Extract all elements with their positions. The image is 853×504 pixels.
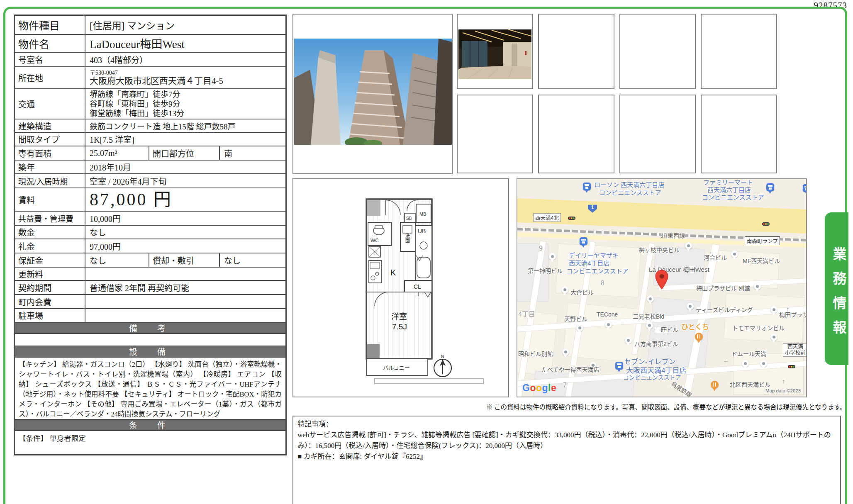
property-name: LaDouceur梅田West: [85, 35, 285, 52]
poi-pin-icon: [687, 303, 694, 310]
row-label: 更新料: [15, 268, 85, 280]
disclaimer-text: ※ この資料は物件の概略紹介資料になります。写真、間取図面、設備、概要などが現況…: [486, 402, 846, 411]
table-row: [15, 333, 285, 346]
map-label: 第一神明ビル: [528, 266, 563, 275]
svg-text:SB: SB: [406, 216, 412, 221]
row-value: 403（4階部分）: [85, 53, 285, 66]
row-value: [85, 309, 285, 322]
school-label: 西天満: [785, 344, 806, 350]
notes-content: [15, 334, 22, 346]
equipment-content: 【キッチン】 給湯器・ガスコンロ（2口） 【水廻り】 洗面台（独立）・浴室乾燥機…: [15, 358, 285, 419]
table-row: 現況/入居時期 空室 / 2026年4月下旬: [15, 173, 285, 187]
svg-text:WC: WC: [370, 238, 379, 243]
table-row: 交通 堺筋線「南森町」徒歩7分 谷町線「東梅田」徒歩9分 御堂筋線「梅田」徒歩1…: [15, 88, 285, 119]
poi-pin-icon: [754, 283, 761, 290]
table-row: 号室名 403（4階部分）: [15, 52, 285, 66]
facing-value: 南: [220, 146, 285, 160]
row-value: 97,000円: [85, 239, 285, 253]
table-row: 更新料: [15, 267, 285, 280]
row-value: 10,000円: [85, 212, 285, 225]
location-map: 1 ローソン 西天満六丁目店 コンビニエンスストア ファミリーマート 西天満六丁…: [517, 178, 807, 397]
tab-business-info[interactable]: 業務情報: [825, 212, 848, 365]
map-label: 北区西天満ビル: [730, 380, 770, 388]
map-label: MF西天満ビル: [743, 256, 780, 265]
row-value: 普通借家 2年間 再契約可能: [85, 281, 285, 294]
svg-text:洋室: 洋室: [391, 312, 407, 321]
row-label: 築年: [15, 161, 85, 173]
row-label: 交通: [15, 89, 85, 119]
map-label: 二見老松Bld: [633, 312, 664, 320]
map-label: 昭和ビル別館: [518, 349, 553, 358]
postal-code: 〒530-0047: [90, 70, 281, 76]
table-row: 物件名 LaDouceur梅田West: [15, 34, 285, 52]
row-value: [85, 268, 285, 280]
section-header-notes: 備 考: [15, 322, 285, 333]
map-label: 7: [563, 382, 567, 389]
poi-pin-icon: [770, 334, 777, 341]
poi-pin-icon: [576, 324, 583, 331]
section-header-conditions: 条 件: [15, 419, 285, 430]
map-label: 大倉ビル: [570, 288, 594, 296]
table-row: 賃料 87,000 円: [15, 187, 285, 211]
rail-label: JR東西線: [660, 231, 685, 239]
store-pin-icon: [580, 237, 587, 245]
access-line: 谷町線「東梅田」徒歩9分: [90, 99, 281, 109]
table-row: 築年 2018年10月: [15, 160, 285, 173]
school-label: 小学校前: [785, 350, 806, 356]
table-row: 共益費・管理費 10,000円: [15, 211, 285, 225]
special-notes-box: 特記事項： webサービス広告掲載 [許可]・チラシ、雑誌等掲載広告 [要確認]…: [292, 416, 841, 504]
photo-box-empty: [701, 95, 777, 173]
svg-text:7.5J: 7.5J: [392, 322, 407, 331]
map-label: ドムール天満: [731, 349, 766, 358]
table-row: 【キッチン】 給湯器・ガスコンロ（2口） 【水廻り】 洗面台（独立）・浴室乾燥機…: [15, 357, 285, 419]
row-label: 賃料: [15, 188, 85, 211]
table-row: 【条件】 単身者限定: [15, 430, 285, 454]
svg-text:UB: UB: [418, 228, 426, 234]
photo-box-empty: [619, 95, 696, 173]
row-label: 物件種目: [15, 16, 85, 34]
poi-pin-icon: [647, 295, 654, 302]
google-logo: Google: [522, 382, 556, 394]
svg-text:CL: CL: [414, 283, 421, 290]
table-row: 専有面積 25.07m² 開口部方位 南: [15, 146, 285, 160]
row-value: なし: [85, 253, 149, 267]
row-label: 償却・敷引: [149, 253, 220, 267]
photo-box-entrance: [457, 14, 533, 89]
row-value: [住居用] マンション: [85, 16, 285, 34]
special-notes-body: webサービス広告掲載 [許可]・チラシ、雑誌等掲載広告 [要確認]・カギ鍵交換…: [297, 430, 836, 451]
address: 大阪府大阪市北区西天満４丁目4-5: [90, 76, 281, 86]
poi-pin-icon: [562, 348, 569, 355]
intersection-label: 西天満4北: [533, 213, 561, 222]
ramp-label: 南森町ランプ: [745, 236, 780, 245]
row-label: 現況/入居時期: [15, 174, 85, 187]
poi-pin-icon: [561, 286, 568, 293]
area-value: 25.07m²: [85, 146, 149, 160]
store-pin-icon: [583, 183, 591, 190]
traffic-light-icon: [788, 365, 795, 368]
row-value: 2018年10月: [85, 161, 285, 173]
poi-pin-icon: [605, 321, 612, 328]
row-label: 契約期間: [15, 281, 85, 294]
restaurant-pin-icon: [711, 381, 719, 389]
map-label: コンビニエンスストア: [566, 266, 629, 275]
row-label: 町内会費: [15, 295, 85, 308]
svg-text:N: N: [441, 354, 444, 359]
table-row: 礼金 97,000円: [15, 239, 285, 253]
rent-value: 87,000 円: [85, 188, 285, 211]
row-value: なし: [85, 226, 285, 239]
row-label: 物件名: [15, 35, 85, 52]
table-row: 保証金 なし 償却・敷引 なし: [15, 253, 285, 267]
floor-plan-box: N MB SB WC 洗面 UB K CL 洋室 7.5J バルコニー: [292, 178, 509, 397]
key-location-line: ■ カギ所在：玄関扉: ダイヤル錠『6252』: [297, 451, 836, 462]
poi-pin-icon: [731, 251, 738, 258]
map-label: 9: [539, 245, 543, 252]
poi-pin-icon: [625, 337, 632, 344]
map-label: ローソン 西天満六丁目店: [594, 180, 664, 189]
row-label: 駐車場: [15, 309, 85, 322]
photo-box-exterior: [292, 14, 453, 174]
photo-box-empty: [701, 14, 777, 89]
poi-pin-icon: [770, 306, 777, 313]
poi-pin-icon: [685, 242, 692, 249]
table-row: 所在地 〒530-0047 大阪府大阪市北区西天満４丁目4-5: [15, 66, 285, 88]
map-label: たべてや一得西天満店: [541, 365, 599, 373]
